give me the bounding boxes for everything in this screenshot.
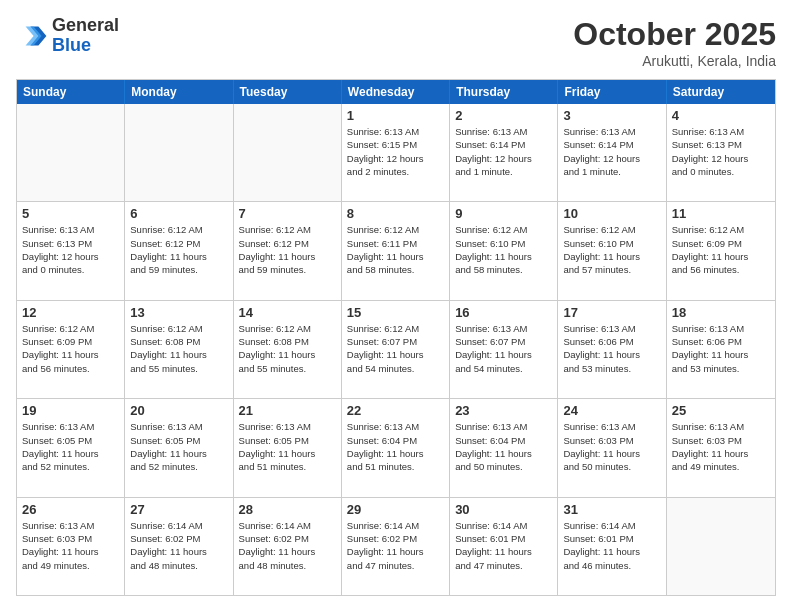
cell-line: and 1 minute. [455,165,552,178]
cell-line: and 51 minutes. [347,460,444,473]
calendar-row: 26Sunrise: 6:13 AMSunset: 6:03 PMDayligh… [17,498,775,595]
cell-line: Sunrise: 6:13 AM [455,322,552,335]
calendar-cell: 19Sunrise: 6:13 AMSunset: 6:05 PMDayligh… [17,399,125,496]
cell-line: Sunrise: 6:13 AM [22,420,119,433]
day-number: 13 [130,305,227,320]
cell-line: and 50 minutes. [563,460,660,473]
day-number: 28 [239,502,336,517]
cell-line: and 54 minutes. [455,362,552,375]
calendar-row: 19Sunrise: 6:13 AMSunset: 6:05 PMDayligh… [17,399,775,497]
calendar-cell: 9Sunrise: 6:12 AMSunset: 6:10 PMDaylight… [450,202,558,299]
title-section: October 2025 Arukutti, Kerala, India [573,16,776,69]
day-number: 7 [239,206,336,221]
calendar-cell: 28Sunrise: 6:14 AMSunset: 6:02 PMDayligh… [234,498,342,595]
cell-line: Sunset: 6:01 PM [563,532,660,545]
day-number: 11 [672,206,770,221]
header: General Blue October 2025 Arukutti, Kera… [16,16,776,69]
cell-line: and 49 minutes. [672,460,770,473]
cell-line: and 57 minutes. [563,263,660,276]
cell-line: Daylight: 11 hours [347,447,444,460]
cell-line: and 46 minutes. [563,559,660,572]
calendar-cell: 17Sunrise: 6:13 AMSunset: 6:06 PMDayligh… [558,301,666,398]
cell-line: Daylight: 11 hours [455,250,552,263]
cell-line: Daylight: 12 hours [563,152,660,165]
cell-line: Daylight: 12 hours [672,152,770,165]
header-cell-wednesday: Wednesday [342,80,450,104]
header-cell-sunday: Sunday [17,80,125,104]
logo-general: General [52,16,119,36]
cell-line: Daylight: 11 hours [563,545,660,558]
calendar-cell: 22Sunrise: 6:13 AMSunset: 6:04 PMDayligh… [342,399,450,496]
cell-line: Sunset: 6:06 PM [672,335,770,348]
cell-line: Daylight: 11 hours [130,545,227,558]
day-number: 19 [22,403,119,418]
cell-line: and 59 minutes. [239,263,336,276]
header-cell-thursday: Thursday [450,80,558,104]
cell-line: Sunset: 6:03 PM [22,532,119,545]
cell-line: Sunset: 6:02 PM [239,532,336,545]
cell-line: Sunrise: 6:12 AM [130,322,227,335]
logo: General Blue [16,16,119,56]
day-number: 10 [563,206,660,221]
day-number: 4 [672,108,770,123]
cell-line: Sunset: 6:15 PM [347,138,444,151]
day-number: 1 [347,108,444,123]
calendar-cell: 10Sunrise: 6:12 AMSunset: 6:10 PMDayligh… [558,202,666,299]
day-number: 2 [455,108,552,123]
cell-line: Sunrise: 6:13 AM [130,420,227,433]
cell-line: Sunrise: 6:12 AM [563,223,660,236]
cell-line: Sunset: 6:04 PM [455,434,552,447]
cell-line: Sunset: 6:02 PM [347,532,444,545]
calendar-row: 1Sunrise: 6:13 AMSunset: 6:15 PMDaylight… [17,104,775,202]
calendar-cell: 7Sunrise: 6:12 AMSunset: 6:12 PMDaylight… [234,202,342,299]
calendar-cell: 23Sunrise: 6:13 AMSunset: 6:04 PMDayligh… [450,399,558,496]
month-title: October 2025 [573,16,776,53]
cell-line: and 48 minutes. [239,559,336,572]
cell-line: Daylight: 11 hours [347,545,444,558]
cell-line: Sunrise: 6:13 AM [22,223,119,236]
cell-line: and 0 minutes. [672,165,770,178]
cell-line: Sunset: 6:03 PM [672,434,770,447]
calendar: SundayMondayTuesdayWednesdayThursdayFrid… [16,79,776,596]
cell-line: Sunrise: 6:12 AM [22,322,119,335]
day-number: 30 [455,502,552,517]
cell-line: Daylight: 11 hours [239,348,336,361]
cell-line: Sunrise: 6:14 AM [239,519,336,532]
cell-line: Sunset: 6:10 PM [563,237,660,250]
cell-line: and 51 minutes. [239,460,336,473]
cell-line: Sunset: 6:02 PM [130,532,227,545]
calendar-row: 5Sunrise: 6:13 AMSunset: 6:13 PMDaylight… [17,202,775,300]
calendar-cell: 20Sunrise: 6:13 AMSunset: 6:05 PMDayligh… [125,399,233,496]
calendar-cell: 11Sunrise: 6:12 AMSunset: 6:09 PMDayligh… [667,202,775,299]
cell-line: Sunrise: 6:12 AM [347,223,444,236]
cell-line: and 56 minutes. [672,263,770,276]
cell-line: Daylight: 11 hours [22,447,119,460]
cell-line: Sunrise: 6:13 AM [672,420,770,433]
cell-line: Sunrise: 6:13 AM [347,125,444,138]
day-number: 16 [455,305,552,320]
day-number: 20 [130,403,227,418]
calendar-cell [234,104,342,201]
cell-line: Sunrise: 6:14 AM [130,519,227,532]
cell-line: and 59 minutes. [130,263,227,276]
cell-line: Sunset: 6:05 PM [22,434,119,447]
cell-line: Daylight: 11 hours [239,447,336,460]
cell-line: Sunset: 6:08 PM [130,335,227,348]
cell-line: Sunrise: 6:13 AM [455,420,552,433]
cell-line: and 0 minutes. [22,263,119,276]
cell-line: Daylight: 11 hours [22,545,119,558]
cell-line: Sunrise: 6:12 AM [239,322,336,335]
cell-line: Sunrise: 6:13 AM [239,420,336,433]
cell-line: and 55 minutes. [239,362,336,375]
cell-line: and 52 minutes. [130,460,227,473]
cell-line: Daylight: 11 hours [347,348,444,361]
day-number: 26 [22,502,119,517]
day-number: 18 [672,305,770,320]
cell-line: Sunset: 6:09 PM [22,335,119,348]
cell-line: Daylight: 11 hours [563,348,660,361]
day-number: 12 [22,305,119,320]
cell-line: Daylight: 11 hours [239,250,336,263]
cell-line: and 56 minutes. [22,362,119,375]
calendar-cell: 6Sunrise: 6:12 AMSunset: 6:12 PMDaylight… [125,202,233,299]
location: Arukutti, Kerala, India [573,53,776,69]
